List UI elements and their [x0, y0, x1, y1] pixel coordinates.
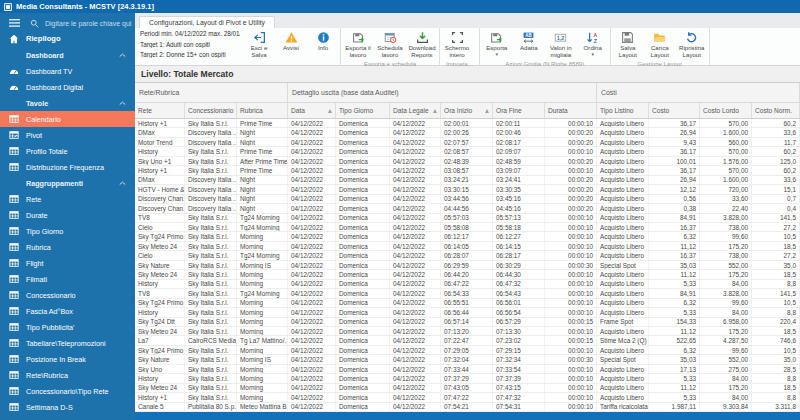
horizontal-scrollbar[interactable] — [135, 412, 800, 420]
sidebar-item-dashboard-tv[interactable]: Dashboard TV — [0, 63, 135, 79]
table-row[interactable]: Sky Meteo 24Sky Italia S.r.l.Morning04/1… — [135, 270, 800, 279]
sidebar-item-dashboard-digital[interactable]: Dashboard Digital — [0, 79, 135, 95]
sidebar-item-rete[interactable]: Rete — [0, 191, 135, 207]
sidebar-item-tipo-pubblicita[interactable]: Tipo Pubblicita' — [0, 319, 135, 335]
column-header-concessionario[interactable]: Concessionario — [185, 103, 237, 118]
sidebar-item-rubrica[interactable]: Rubrica — [0, 239, 135, 255]
tab-configurazioni-layout[interactable]: Configurazioni, Layout di Pivot e Utilit… — [139, 16, 275, 28]
table-cell: Sky Italia S.r.l. — [185, 147, 237, 155]
sidebar-item-tavole[interactable]: Tavole — [0, 95, 135, 111]
table-row[interactable]: Sky NatureSky Italia S.r.l.Morning IS04/… — [135, 261, 800, 270]
table-row[interactable]: Sky Meteo 24Sky Italia S.r.l.Morning04/1… — [135, 242, 800, 251]
column-header-tipo-listino[interactable]: Tipo Listino — [597, 103, 649, 118]
table-row[interactable]: Sky Tg24 Primo ...Sky Italia S.r.l.Morni… — [135, 346, 800, 355]
column-header-costo-lordo[interactable]: Costo Lordo — [700, 103, 752, 118]
column-header-data[interactable]: Data — [288, 103, 336, 118]
column-header-rete[interactable]: Rete — [135, 103, 185, 118]
table-row[interactable]: TV8Sky Italia S.r.l.Tg24 Morning04/12/20… — [135, 214, 800, 223]
table-row[interactable]: TV8Sky Italia S.r.l.Tg24 Morning04/12/20… — [135, 289, 800, 298]
sidebar-item-concessionario-tipo-rete[interactable]: Concessionario\Tipo Rete — [0, 383, 135, 399]
download-reports-button[interactable]: Download Reports — [406, 30, 438, 59]
column-header-tipo-giorno[interactable]: Tipo Giorno — [336, 103, 390, 118]
table-row[interactable]: History +1Sky Italia S.r.l.Prime Time04/… — [135, 119, 800, 128]
table-row[interactable]: DMaxDiscovery Italia ...Night04/12/2022D… — [135, 128, 800, 137]
sidebar-item-distribuzione-frequenza[interactable]: Distribuzione Frequenza — [0, 159, 135, 175]
table-cell: 00:00:10 — [545, 299, 597, 307]
column-header-costo[interactable]: Costo — [649, 103, 700, 118]
schermo-intero-button[interactable]: Schermo intero — [441, 30, 473, 59]
ripristina-layout-button[interactable]: Ripristina Layout — [676, 30, 708, 59]
adatta-button[interactable]: ABAdatta — [513, 30, 545, 52]
schedula-lavoro-button[interactable]: Schedula lavoro — [374, 30, 406, 59]
ordina-button[interactable]: AZOrdina▾ — [577, 30, 609, 56]
table-cell: 8,8 — [752, 393, 800, 401]
column-header-data-legale[interactable]: Data Legale — [390, 103, 441, 118]
table-row[interactable]: Discovery Chan...Discovery Italia ...Nig… — [135, 204, 800, 213]
sidebar-item-flight[interactable]: Flight — [0, 255, 135, 271]
sidebar-item-tabellare-telepromozioni[interactable]: Tabellare\Telepromozioni — [0, 335, 135, 351]
sidebar-item-tipo-giorno[interactable]: Tipo Giorno — [0, 223, 135, 239]
table-cell: 06:56:54 — [493, 308, 545, 316]
column-header-rubrica[interactable]: Rubrica — [237, 103, 288, 118]
table-row[interactable]: Sky Tg24 Primo ...Sky Italia S.r.l.Morni… — [135, 299, 800, 308]
grid-band-costi: Costi — [597, 83, 800, 102]
table-row[interactable]: Sky Meteo 24Sky Italia S.r.l.Morning04/1… — [135, 384, 800, 393]
menu-icon[interactable] — [9, 19, 20, 27]
table-row[interactable]: HistorySky Italia S.r.l.Morning04/12/202… — [135, 308, 800, 317]
table-row[interactable]: HistorySky Italia S.r.l.Morning04/12/202… — [135, 280, 800, 289]
esporta-il-lavoro-button[interactable]: Esporta il lavoro — [342, 30, 374, 59]
table-cell: 18,5 — [752, 327, 800, 335]
info-button[interactable]: Info — [307, 30, 339, 52]
valori-in-migliaia-button[interactable]: 1,2Valori in migliaia — [545, 30, 577, 59]
salva-layout-button[interactable]: Salva Layout — [612, 30, 644, 59]
table-row[interactable]: Sky Uno +1Sky Italia S.r.l.After Prime T… — [135, 157, 800, 166]
sidebar-item-durate[interactable]: Durate — [0, 207, 135, 223]
table-row[interactable]: Motor TrendDiscovery Italia ...Night04/1… — [135, 138, 800, 147]
sidebar-item-dashboard[interactable]: Dashboard — [0, 47, 135, 63]
table-row[interactable]: Sky Meteo 24Sky Italia S.r.l.Morning04/1… — [135, 327, 800, 336]
sidebar-item-raggruppamenti[interactable]: Raggruppamenti — [0, 175, 135, 191]
table-cell: Sky Italia S.r.l. — [185, 365, 237, 373]
table-cell: 175,20 — [700, 384, 752, 392]
table-row[interactable]: Sky Tg24 DttSky Italia S.r.l.Morning04/1… — [135, 318, 800, 327]
sidebar-item-filmati[interactable]: Filmati — [0, 271, 135, 287]
table-row[interactable]: CieloSky Italia S.r.l.Tg24 Morning04/12/… — [135, 251, 800, 260]
table-row[interactable]: HistorySky Italia S.r.l.Prime Time04/12/… — [135, 147, 800, 156]
table-icon — [9, 162, 19, 172]
sidebar-item-concessionario[interactable]: Concessionario — [0, 287, 135, 303]
table-row[interactable]: La7CairoRCS Media ...Tg La7 Mattino/...0… — [135, 336, 800, 345]
sidebar-item-pivot[interactable]: Pivot — [0, 127, 135, 143]
table-cell: 60,2 — [752, 119, 800, 127]
table-row[interactable]: History +1Sky Italia S.r.l.Prime Time04/… — [135, 166, 800, 175]
carica-layout-button[interactable]: Carica Layout — [644, 30, 676, 59]
table-row[interactable]: CieloSky Italia S.r.l.Tg24 Morning04/12/… — [135, 223, 800, 232]
sidebar-item-riepilogo[interactable]: Riepilogo — [0, 30, 135, 47]
table-row[interactable]: Sky NatureSky Italia S.r.l.Morning IS04/… — [135, 355, 800, 364]
table-row[interactable]: Canale 5Publitalia 80 S.p...Meteo Mattin… — [135, 403, 800, 412]
avvisi-button[interactable]: Avvisi — [275, 30, 307, 52]
table-row[interactable]: DMaxDiscovery Italia ...Night04/12/2022D… — [135, 176, 800, 185]
table-cell: Sky Tg24 Primo ... — [135, 299, 185, 307]
sidebar-item-rete-rubrica[interactable]: Rete\Rubrica — [0, 367, 135, 383]
table-row[interactable]: History +1Sky Italia S.r.l.Morning04/12/… — [135, 393, 800, 402]
sidebar-item-settimana-d-s[interactable]: Settimana D-S — [0, 399, 135, 415]
table-cell: Acquisto Libero — [597, 195, 649, 203]
table-row[interactable]: Discovery Chan...Discovery Italia ...Nig… — [135, 195, 800, 204]
sidebar-item-posizione-in-break[interactable]: Posizione In Break — [0, 351, 135, 367]
sidebar-item-profilo-totale[interactable]: Profilo Totale — [0, 143, 135, 159]
table-row[interactable]: HistorySky Italia S.r.l.Morning04/12/202… — [135, 374, 800, 383]
sidebar-item-calendario[interactable]: Calendario — [0, 111, 135, 127]
search-input[interactable]: Digitare le parole chiave qui — [45, 20, 131, 27]
table-row[interactable]: HGTV - Home & ...Discovery Italia ...Nig… — [135, 185, 800, 194]
esci-e-salva-button[interactable]: Esci e Salva — [243, 30, 275, 59]
column-header-ora-fine[interactable]: Ora Fine — [493, 103, 545, 118]
sidebar-item-fascia-ad-box[interactable]: Fascia Ad°Box — [0, 303, 135, 319]
sidebar-item-label: Profilo Totale — [26, 147, 67, 156]
column-header-costo-norm[interactable]: Costo Norm. — [752, 103, 800, 118]
column-header-durata[interactable]: Durata — [545, 103, 597, 118]
table-row[interactable]: Sky Tg24 Primo ...Sky Italia S.r.l.Morni… — [135, 232, 800, 241]
svg-text:A: A — [594, 32, 598, 38]
table-row[interactable]: Sky UnoSky Italia S.r.l.Morning04/12/202… — [135, 365, 800, 374]
column-header-ora-inizio[interactable]: Ora Inizio — [441, 103, 493, 118]
esporta-button[interactable]: Esporta▾ — [481, 30, 513, 56]
